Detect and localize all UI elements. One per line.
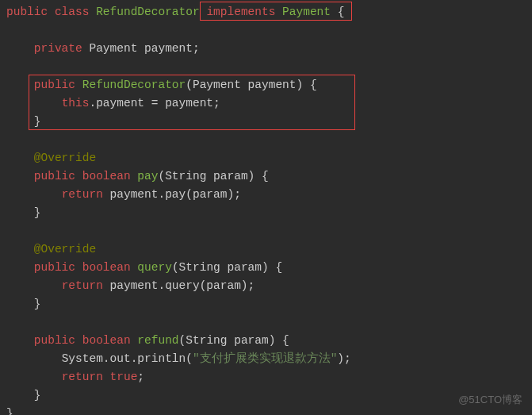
keyword-public: public (34, 334, 75, 347)
watermark: @51CTO博客 (458, 390, 522, 409)
interface-name: Payment (282, 6, 331, 18)
keyword-boolean: boolean (82, 170, 131, 183)
semicolon: ; (193, 42, 200, 55)
keyword-public: public (6, 6, 48, 18)
call: payment.pay(param); (103, 188, 241, 201)
keyword-return: return (62, 188, 103, 201)
brace: } (34, 298, 41, 310)
brace: } (34, 389, 41, 402)
assignment: .payment = payment; (89, 97, 220, 110)
param-type: String (186, 334, 227, 347)
param-name: param (228, 261, 262, 274)
keyword-return: return (62, 279, 103, 292)
keyword-boolean: boolean (82, 261, 131, 274)
brace: } (6, 407, 13, 415)
keyword-return: return (62, 371, 103, 383)
keyword-this: this (62, 97, 90, 110)
method-name: pay (137, 170, 158, 183)
type: Payment (89, 42, 137, 55)
semicolon: ; (137, 371, 144, 383)
keyword-public: public (34, 170, 75, 183)
param-type: String (165, 170, 206, 183)
param-type: Payment (193, 79, 241, 91)
paren: ( (186, 79, 193, 91)
string-literal: "支付扩展类实现退款方法" (193, 352, 337, 365)
paren-semi: ); (337, 352, 350, 365)
field-name: payment (144, 42, 193, 55)
keyword-public: public (34, 79, 75, 91)
keyword-private: private (34, 42, 82, 55)
keyword-class: class (55, 6, 90, 18)
paren-brace: ) { (248, 170, 269, 183)
keyword-implements: implements (206, 6, 275, 18)
class-name: RefundDecorator (96, 6, 200, 18)
keyword-true: true (110, 371, 138, 383)
paren: ( (172, 261, 179, 274)
println-call: System.out.println( (62, 352, 193, 365)
paren-brace: ) { (262, 261, 282, 274)
keyword-boolean: boolean (82, 334, 131, 347)
annotation: @Override (34, 152, 96, 164)
param-name: param (234, 334, 269, 347)
brace: } (34, 206, 41, 219)
code-block: public class RefundDecorator implements … (0, 0, 532, 415)
keyword-public: public (34, 261, 75, 274)
method-name: query (137, 261, 172, 274)
paren: ( (179, 334, 186, 347)
param-name: param (213, 170, 248, 183)
brace: } (34, 115, 41, 128)
paren-brace: ) { (269, 334, 289, 347)
call: payment.query(param); (103, 279, 255, 292)
brace: { (338, 6, 345, 18)
paren-brace: ) { (297, 79, 317, 91)
constructor-name: RefundDecorator (82, 79, 186, 91)
paren: ( (158, 170, 165, 183)
param-type: String (179, 261, 220, 274)
param-name: payment (248, 79, 297, 91)
annotation: @Override (34, 243, 96, 256)
method-name: refund (137, 334, 178, 347)
